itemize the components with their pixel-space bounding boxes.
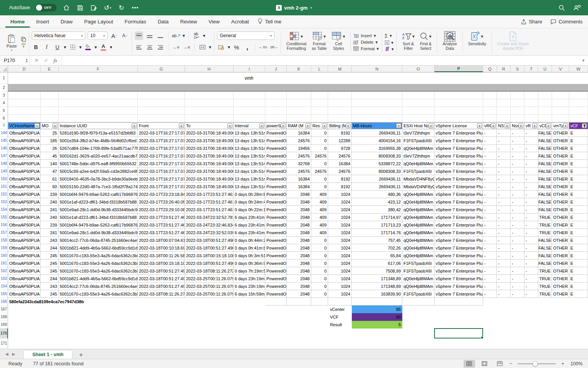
cell-N153[interactable]: 423,12 [352, 198, 402, 206]
cell-Q148[interactable]: - [483, 160, 497, 168]
cell-R156[interactable]: - [497, 221, 511, 229]
cell-W148[interactable]: E [569, 160, 588, 168]
cell-J165[interactable]: PoweredOn [265, 290, 287, 298]
decrease-font-icon[interactable]: A˅ [121, 31, 129, 40]
cell-K3[interactable] [287, 92, 311, 99]
cell-U147[interactable]: FALSE [538, 152, 552, 160]
cell-L163[interactable]: 0 [311, 275, 328, 283]
cell-F160[interactable]: 50011670-c183-55e3-4a26-6dac6362c3bb [59, 252, 138, 260]
cell-P158[interactable]: vSphere 7 Enterprise Plus [434, 237, 483, 244]
row-header-154[interactable]: 154 [0, 206, 8, 214]
cell-P161[interactable]: vSphere 7 Enterprise Plus [434, 260, 483, 267]
cell-Q146[interactable]: - [483, 145, 497, 152]
cell-U160[interactable]: FALSE [538, 252, 552, 260]
undo-icon[interactable]: ↺▾ [103, 3, 112, 12]
cell-D161[interactable]: OfbnaAP50PUA [8, 260, 41, 267]
name-box[interactable]: P170 ▲▼ [0, 56, 30, 65]
cell-I147[interactable]: 13 days 13h:51m [234, 152, 265, 160]
cell-U164[interactable]: TRUE [538, 283, 552, 290]
cell-F149[interactable]: 50015c99-a2ee-b42f-59a5-cd3e2882ce9f [59, 168, 138, 175]
cell-S164[interactable]: - [511, 283, 524, 290]
cell-H153[interactable]: 2022-03-17T23:51:27.461 [185, 198, 234, 206]
cell-K153[interactable]: 2048 [287, 198, 311, 206]
cell-M149[interactable]: 24576 [328, 168, 352, 175]
column-header-E[interactable]: E [41, 66, 59, 72]
cell-D145[interactable]: OfbnaAP50PUA [8, 137, 41, 145]
cell-F151[interactable]: 50015150-22d0-487a-7ce3-1f6d2f78a174 [59, 183, 138, 191]
cell-O156[interactable]: qQ0eHljd8MAm [402, 221, 434, 229]
cell-G144[interactable]: 2022-03-17T16:27:17.079 [138, 129, 185, 137]
cell-Q147[interactable]: - [483, 152, 497, 160]
clear-button[interactable]: ▾ [385, 46, 394, 52]
cell-N154[interactable]: 380,42 [352, 206, 402, 214]
cell-E153[interactable]: 240 [41, 198, 59, 206]
cell-P148[interactable]: vSphere 7 Enterprise Plus [434, 160, 483, 168]
cell-F164[interactable]: 50014cc2-77c6-06da-8745-251660ec4ae9 [59, 283, 138, 290]
row-header-170[interactable]: 170 [0, 329, 8, 338]
filter-button-L[interactable]: ▼ [322, 123, 327, 128]
cell-L147[interactable]: 24576 [311, 152, 328, 160]
delete-cells-button[interactable]: Delete▾ [353, 39, 379, 45]
cell-E154[interactable]: 241 [41, 206, 59, 214]
column-header-I[interactable]: I [234, 66, 265, 72]
cell-T6[interactable] [524, 115, 538, 122]
cell-R151[interactable]: - [497, 183, 511, 191]
cell-Q164[interactable]: - [483, 283, 497, 290]
cell-K151[interactable]: 16384 [287, 183, 311, 191]
cell-W157[interactable]: E [569, 229, 588, 237]
borders-button[interactable] [69, 43, 77, 51]
cell-E146[interactable]: 26 [41, 145, 59, 152]
zoom-out-icon[interactable]: − [510, 361, 513, 366]
cell-G146[interactable]: 2022-03-17T16:27:17.079 [138, 145, 185, 152]
cell-I151[interactable]: 13 days 13h:51m [234, 183, 265, 191]
cell-F161[interactable]: 50011670-c183-55e3-4a26-6dac6362c3bb [59, 260, 138, 267]
cell-S151[interactable]: - [511, 183, 524, 191]
comma-button[interactable]: , [243, 43, 252, 51]
header-cell-E[interactable]: MO▼ [41, 122, 59, 129]
cell-D157[interactable]: OfbnaAP50PUA [8, 229, 41, 237]
cell-P152[interactable]: vSphere 7 Enterprise Plus [434, 191, 483, 198]
tab-home[interactable]: Home [5, 16, 30, 28]
fill-color-button[interactable] [84, 43, 92, 51]
cell-F4[interactable] [59, 99, 138, 107]
header-cell-L[interactable]: Res. (M▼ [311, 122, 328, 129]
increase-indent-button[interactable]: →≡ [183, 43, 191, 51]
cell-M163[interactable]: 1024 [328, 275, 352, 283]
row-header-151[interactable]: 151 [0, 183, 8, 191]
cell-G145[interactable]: 2022-03-17T16:27:17.079 [138, 137, 185, 145]
cell-M4[interactable] [328, 99, 352, 107]
cell-L157[interactable]: 409 [311, 229, 328, 237]
increase-decimal-button[interactable]: .00→ [270, 43, 278, 51]
cell-N144[interactable]: 2669436,11 [352, 129, 402, 137]
cell-T156[interactable]: - [524, 221, 538, 229]
cell-J157[interactable]: PoweredOn [265, 229, 287, 237]
cell-P153[interactable]: vSphere 7 Enterprise Plus [434, 198, 483, 206]
cell-L150[interactable]: 0 [311, 175, 328, 183]
cell-U148[interactable]: FALSE [538, 160, 552, 168]
cell-R161[interactable]: - [497, 260, 511, 267]
cell-R155[interactable]: - [497, 214, 511, 221]
header-cell-G[interactable]: From▼ [138, 122, 185, 129]
cell-V144[interactable]: OTHER [552, 129, 569, 137]
cell-T148[interactable]: - [524, 160, 538, 168]
filter-button-J[interactable]: ▼ [281, 123, 286, 128]
underline-chevron-icon[interactable]: ▾ [64, 44, 66, 50]
formula-input[interactable] [62, 56, 579, 65]
cell-G151[interactable]: 2022-03-17T16:27:17.079 [138, 183, 185, 191]
cell-U150[interactable]: FALSE [538, 175, 552, 183]
cell-E164[interactable]: 243 [41, 283, 59, 290]
align-top-button[interactable] [135, 31, 143, 40]
row-header-160[interactable]: 160 [0, 252, 8, 260]
filter-button-R[interactable]: ▼ [505, 123, 510, 128]
cell-F153[interactable]: 5001e1af-d223-df61-34bd-f3318b587b88 [59, 198, 138, 206]
cell-K144[interactable]: 16384 [287, 129, 311, 137]
wrap-text-chevron-icon[interactable]: ▾ [203, 33, 205, 38]
cell-U163[interactable]: TRUE [538, 275, 552, 283]
cell-L160[interactable]: 0 [311, 252, 328, 260]
row-header-162[interactable]: 162 [0, 267, 8, 275]
cell-K149[interactable]: 24576 [287, 168, 311, 175]
cell-L149[interactable]: 24576 [311, 168, 328, 175]
row-header-156[interactable]: 156 [0, 221, 8, 229]
cell-D156[interactable]: OfbnaAP50PUA [8, 221, 41, 229]
cell-T146[interactable]: - [524, 145, 538, 152]
